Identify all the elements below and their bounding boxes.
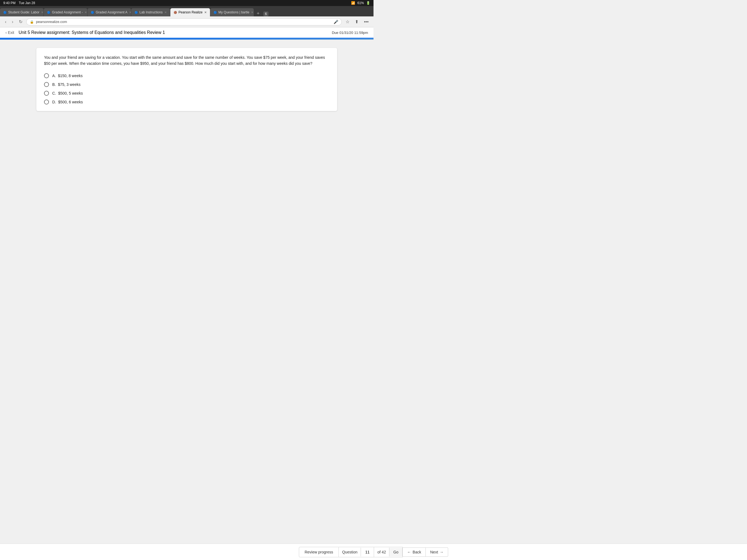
battery-icon: 🔋 — [366, 1, 370, 5]
tab-label-1: Student Guide: Labor — [8, 10, 40, 14]
tab-graded-2[interactable]: 🔵 Graded Assignment A ✕ — [87, 8, 131, 17]
option-a-label: A. $150, 8 weeks — [52, 74, 83, 78]
answer-options: A. $150, 8 weeks B. $75, 3 weeks C. $500… — [44, 73, 330, 104]
more-button[interactable]: ••• — [362, 18, 370, 25]
tab-favicon-6: 🔵 — [213, 11, 217, 14]
exit-label: Exit — [8, 30, 14, 35]
tab-favicon-3: 🔵 — [91, 11, 94, 14]
tab-label-2: Graded Assignment - — [52, 10, 83, 14]
radio-c[interactable] — [44, 91, 49, 96]
option-c-label: C. $500, 5 weeks — [52, 91, 83, 96]
exit-button[interactable]: ‹ Exit — [5, 30, 14, 35]
exit-arrow-icon: ‹ — [5, 30, 7, 35]
tab-label-3: Graded Assignment A — [96, 10, 127, 14]
tab-student-guide[interactable]: 🔵 Student Guide: Labor ✕ — [0, 8, 44, 17]
tab-close-6[interactable]: ✕ — [251, 11, 254, 14]
main-content: You and your friend are saving for a vac… — [0, 40, 374, 231]
tab-lab-instructions[interactable]: 🔵 Lab Instructions ✕ — [131, 8, 170, 17]
due-date: Due 01/31/20 11:59pm — [332, 31, 368, 35]
forward-nav-button[interactable]: › — [10, 18, 15, 25]
radio-a[interactable] — [44, 73, 49, 78]
option-a[interactable]: A. $150, 8 weeks — [44, 73, 330, 78]
option-b[interactable]: B. $75, 3 weeks — [44, 82, 330, 87]
tab-close-1[interactable]: ✕ — [41, 11, 44, 14]
radio-b[interactable] — [44, 82, 49, 87]
lock-icon: 🔒 — [30, 20, 34, 24]
question-text: You and your friend are saving for a vac… — [44, 54, 330, 67]
tab-favicon-4: 🔵 — [134, 11, 138, 14]
option-b-label: B. $75, 3 weeks — [52, 82, 81, 87]
option-d[interactable]: D. $500, 6 weeks — [44, 100, 330, 104]
share-button[interactable]: ⬆ — [353, 18, 360, 25]
breadcrumb: Unit 5 Review assignment: Systems of Equ… — [19, 30, 165, 35]
date-display: Tue Jan 28 — [19, 1, 35, 5]
tab-label-5: Pearson Realize — [179, 10, 203, 14]
tab-count-badge: 6 — [263, 11, 268, 17]
radio-d[interactable] — [44, 100, 49, 104]
mic-icon: 🎤 — [334, 20, 338, 24]
time-display: 9:40 PM — [3, 1, 16, 5]
tab-favicon-2: 🔵 — [47, 11, 50, 14]
new-tab-button[interactable]: + — [254, 11, 262, 17]
wifi-icon: 📶 — [351, 1, 355, 5]
back-nav-button[interactable]: ‹ — [3, 18, 8, 25]
tab-close-4[interactable]: ✕ — [164, 11, 167, 14]
tab-close-5[interactable]: ✕ — [204, 11, 207, 14]
address-bar[interactable]: 🔒 pearsonrealize.com 🎤 — [26, 18, 342, 25]
option-c[interactable]: C. $500, 5 weeks — [44, 91, 330, 96]
page-header: ‹ Exit Unit 5 Review assignment: Systems… — [0, 27, 374, 39]
tab-label-4: Lab Instructions — [139, 10, 163, 14]
url-display: pearsonrealize.com — [36, 20, 67, 24]
tab-label-6: My Questions | bartle — [218, 10, 249, 14]
option-d-label: D. $500, 6 weeks — [52, 100, 83, 104]
tab-favicon-1: 🔵 — [3, 11, 6, 14]
battery-display: 61% — [357, 1, 364, 5]
tab-graded-1[interactable]: 🔵 Graded Assignment - ✕ — [44, 8, 87, 17]
bookmark-button[interactable]: ☆ — [344, 18, 351, 25]
tab-close-3[interactable]: ✕ — [129, 11, 131, 14]
question-card: You and your friend are saving for a vac… — [36, 48, 337, 111]
reload-button[interactable]: ↻ — [17, 18, 24, 25]
tab-close-2[interactable]: ✕ — [84, 11, 87, 14]
tab-my-questions[interactable]: 🔵 My Questions | bartle ✕ — [210, 8, 254, 17]
tab-pearson-realize[interactable]: 🟤 Pearson Realize ✕ — [170, 8, 210, 17]
tab-favicon-5: 🟤 — [174, 11, 177, 14]
